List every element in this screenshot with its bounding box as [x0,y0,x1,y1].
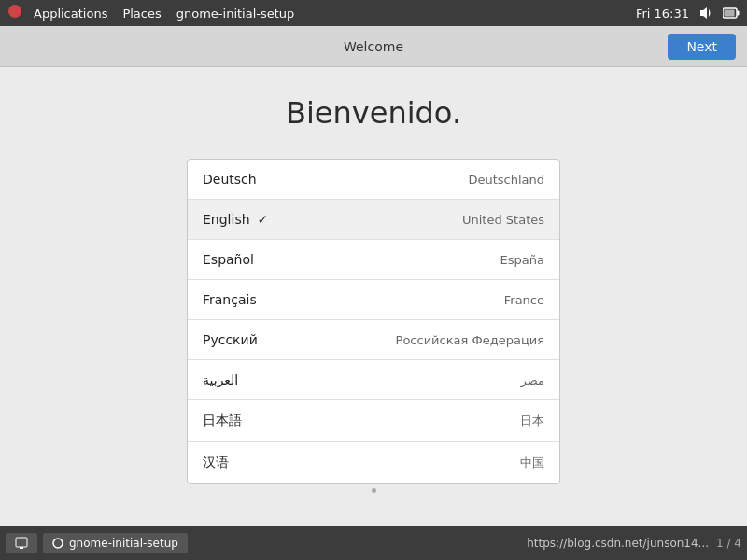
url-display: https://blog.csdn.net/junson14... [527,537,709,550]
language-region: 中国 [520,455,544,471]
svg-rect-5 [20,547,23,549]
language-region: Deutschland [468,173,544,187]
language-name: Français [203,292,257,307]
language-list: DeutschDeutschlandEnglish ✓United States… [187,159,560,484]
applications-menu[interactable]: Applications [26,5,115,22]
language-name: 汉语 [203,455,229,471]
app-taskbar-button[interactable]: gnome-initial-setup [43,533,188,553]
language-name: English ✓ [203,212,268,227]
welcome-heading: Bienvenido. [286,95,461,131]
app-taskbar-icon [52,538,63,549]
language-name: Español [203,252,254,267]
app-window: Welcome Next Bienvenido. DeutschDeutschl… [0,26,747,560]
taskbar: gnome-initial-setup https://blog.csdn.ne… [0,526,747,560]
gnome-initial-setup-menu[interactable]: gnome-initial-setup [169,5,303,22]
main-content: Bienvenido. DeutschDeutschlandEnglish ✓U… [0,67,747,560]
battery-icon[interactable] [723,7,740,19]
scroll-indicator [368,484,380,497]
language-region: España [500,253,544,267]
language-region: 日本 [520,413,544,429]
next-button[interactable]: Next [668,34,736,60]
language-row[interactable]: РусскийРоссийская Федерация [188,320,559,360]
places-menu[interactable]: Places [115,5,168,22]
window-title: Welcome [344,39,403,54]
app-taskbar-label: gnome-initial-setup [69,537,178,550]
taskbar-right: https://blog.csdn.net/junson14... 1 / 4 [527,537,741,550]
menubar: Applications Places gnome-initial-setup … [0,0,747,26]
selected-checkmark: ✓ [258,212,269,227]
app-menu-icon [7,4,22,22]
language-name: العربية [203,372,238,387]
language-name: Deutsch [203,172,257,187]
language-region: Российская Федерация [396,333,544,347]
language-row[interactable]: EspañolEspaña [188,240,559,280]
svg-rect-3 [725,10,735,17]
page-indicator: 1 / 4 [716,537,741,550]
volume-icon[interactable] [698,6,713,21]
language-row[interactable]: DeutschDeutschland [188,160,559,200]
language-row[interactable]: العربيةمصر [188,360,559,400]
language-region: مصر [521,373,544,387]
language-region: United States [462,213,544,227]
svg-rect-2 [738,11,740,16]
svg-point-6 [53,539,63,548]
svg-point-0 [8,5,21,18]
svg-rect-4 [16,538,27,547]
titlebar: Welcome Next [0,26,747,67]
show-desktop-button[interactable] [6,533,37,553]
clock: Fri 16:31 [636,7,689,21]
desktop-icon [15,537,28,550]
language-row[interactable]: 日本語日本 [188,400,559,442]
language-name: Русский [203,332,258,347]
language-region: France [504,293,544,307]
language-row[interactable]: FrançaisFrance [188,280,559,320]
scroll-dot [372,488,376,493]
language-row[interactable]: English ✓United States [188,200,559,240]
language-row[interactable]: 汉语中国 [188,442,559,483]
language-name: 日本語 [203,413,242,429]
